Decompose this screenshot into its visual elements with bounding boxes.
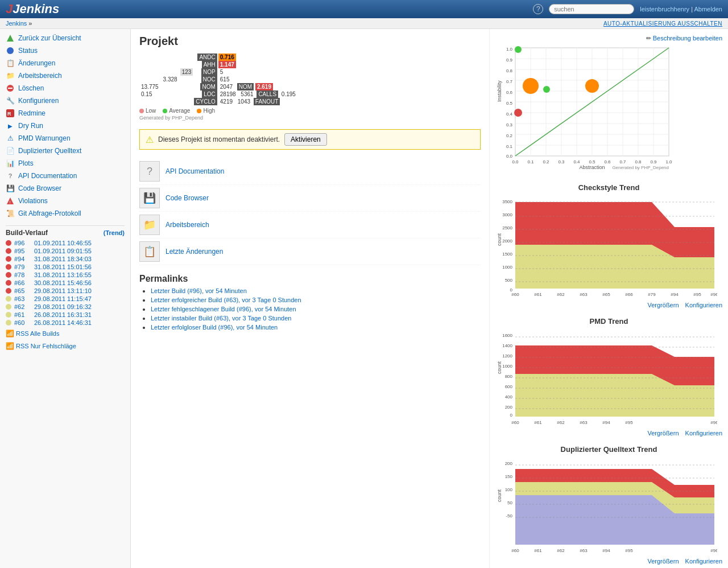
build-time-link[interactable]: 29.08.2011 11:15:47: [34, 295, 92, 302]
build-number-link[interactable]: #63: [14, 295, 31, 302]
build-row: #78 31.08.2011 13:16:55: [6, 271, 125, 279]
metrics-row-5: 13.775 NOM 2047 NOM 2.619: [139, 83, 297, 90]
build-time-link[interactable]: 31.08.2011 13:16:55: [34, 271, 92, 278]
sidebar-item-plots[interactable]: 📊 Plots: [0, 157, 130, 170]
build-number-link[interactable]: #60: [14, 319, 31, 326]
noc-val-cell: 615: [218, 76, 297, 83]
build-number-link[interactable]: #61: [14, 311, 31, 318]
build-status-dot: [6, 272, 11, 278]
metrics-generated: Generated by PHP_Depend: [139, 115, 481, 121]
build-time-link[interactable]: 29.08.2011 13:11:10: [34, 287, 92, 294]
pmd-chart: 1600 1400 1200 1000 800 600 400 200 0 co…: [495, 328, 717, 428]
svg-text:#61: #61: [534, 292, 542, 297]
nom-label-cell: NOM: [194, 83, 218, 90]
build-time-link[interactable]: 29.08.2011 09:16:32: [34, 303, 92, 310]
build-time-link[interactable]: 30.08.2011 15:46:56: [34, 279, 92, 286]
sidebar-item-codebrowser[interactable]: 💾 Code Browser: [0, 182, 130, 195]
andc-val-cell: 0.716: [218, 53, 297, 61]
sidebar-item-workspace[interactable]: 📁 Arbeitsbereich: [0, 69, 130, 82]
activate-button[interactable]: Aktivieren: [284, 133, 327, 146]
duplicate-trend: Duplizierter Quelltext Trend 200 150 100…: [495, 445, 722, 565]
username-link[interactable]: leistenbruchhenry: [640, 6, 689, 13]
build-time-link[interactable]: 26.08.2011 14:46:31: [34, 319, 92, 326]
rss-all-link[interactable]: 📶 RSS Alle Builds: [6, 330, 59, 337]
sidebar-item-dryrun-label: Dry Run: [18, 122, 43, 130]
permalink-link-3[interactable]: Letzter fehlgeschlagener Build (#96), vo…: [151, 306, 296, 312]
build-number-link[interactable]: #66: [14, 279, 31, 286]
permalink-link-5[interactable]: Letzter erfolgloser Build (#96), vor 54 …: [151, 324, 278, 331]
violations-icon: !: [6, 196, 15, 205]
svg-text:600: 600: [505, 384, 513, 389]
sidebar-item-delete[interactable]: Löschen: [0, 82, 130, 94]
codebrowser-link[interactable]: Code Browser: [166, 194, 209, 202]
build-number-link[interactable]: #62: [14, 303, 31, 310]
logout-link[interactable]: Abmelden: [694, 6, 722, 13]
sidebar-item-back[interactable]: Zurück zur Übersicht: [0, 32, 130, 44]
build-number-link[interactable]: #96: [14, 240, 31, 246]
build-time-link[interactable]: 01.09.2011 09:01:55: [34, 248, 92, 254]
sidebar-item-changes[interactable]: 📋 Änderungen: [0, 57, 130, 69]
build-time-link[interactable]: 01.09.2011 10:46:55: [34, 240, 92, 246]
svg-point-1: [7, 47, 14, 54]
svg-text:1600: 1600: [502, 333, 512, 338]
apidoc-link[interactable]: API Documentation: [166, 167, 224, 175]
build-row: #66 30.08.2011 15:46:56: [6, 279, 125, 287]
pmd-controls: Vergrößern Konfigurieren: [495, 430, 722, 437]
legend-high: High: [197, 108, 215, 114]
help-icon[interactable]: ?: [533, 4, 543, 14]
auto-update-link[interactable]: AUTO-AKTUALISIERUNG AUSSCHALTEN: [603, 20, 722, 27]
svg-text:1400: 1400: [502, 343, 512, 348]
duplicate-configure-link[interactable]: Konfigurieren: [685, 558, 722, 565]
pmd-zoom-link[interactable]: Vergrößern: [647, 430, 679, 437]
sidebar-item-dupcode[interactable]: 📄 Duplizierter Quelltext: [0, 145, 130, 157]
build-time-link[interactable]: 31.08.2011 15:01:56: [34, 264, 92, 270]
sidebar-item-status[interactable]: Status: [0, 44, 130, 57]
sidebar-item-gitlog[interactable]: 📜 Git Abfrage-Protokoll: [0, 207, 130, 220]
changes-link[interactable]: Letzte Änderungen: [166, 248, 223, 256]
rss-failures-link[interactable]: 📶 RSS Nur Fehlschläge: [6, 342, 76, 350]
svg-text:2500: 2500: [502, 225, 512, 231]
build-number-link[interactable]: #94: [14, 256, 31, 262]
pmd-trend: PMD Trend 1600 1400 1200 1000 800 600 40…: [495, 317, 722, 437]
build-trend-link[interactable]: (Trend): [104, 229, 125, 236]
edit-desc-link[interactable]: Beschreibung bearbeiten: [653, 35, 722, 42]
search-input[interactable]: [549, 4, 634, 14]
sidebar-item-dryrun[interactable]: ▶ Dry Run: [0, 120, 130, 132]
sidebar-item-violations[interactable]: ! Violations: [0, 195, 130, 207]
build-time-link[interactable]: 31.08.2011 18:34:03: [34, 256, 92, 262]
build-time-link[interactable]: 26.08.2011 16:31:31: [34, 311, 92, 318]
legend-low-dot: [139, 109, 144, 113]
rss-failures-label: RSS Nur Fehlschläge: [16, 343, 76, 349]
logo: JJenkins: [6, 2, 59, 17]
notice-box: ⚠ Dieses Projekt ist momentan deaktivier…: [139, 129, 481, 150]
breadcrumb-bar: Jenkins » AUTO-AKTUALISIERUNG AUSSCHALTE…: [0, 18, 728, 29]
breadcrumb-root[interactable]: Jenkins: [6, 20, 27, 27]
checkstyle-zoom-link[interactable]: Vergrößern: [647, 302, 679, 308]
rss-links: 📶 RSS Alle Builds 📶 RSS Nur Fehlschläge: [6, 327, 125, 353]
loc-label: LOC: [202, 90, 217, 98]
build-number-link[interactable]: #95: [14, 248, 31, 254]
sidebar-item-configure[interactable]: 🔧 Konfigurieren: [0, 94, 130, 107]
svg-text:#60: #60: [511, 292, 519, 297]
svg-text:400: 400: [505, 394, 513, 400]
scatter-dot-1: [515, 46, 522, 53]
workspace-link[interactable]: Arbeitsbereich: [166, 221, 209, 229]
permalink-link-1[interactable]: Letzter Build (#96), vor 54 Minuten: [151, 287, 247, 294]
build-number-link[interactable]: #78: [14, 271, 31, 278]
pmd-configure-link[interactable]: Konfigurieren: [685, 430, 722, 437]
duplicate-controls: Vergrößern Konfigurieren: [495, 558, 722, 565]
permalink-link-4[interactable]: Letzter instabiler Build (#63), vor 3 Ta…: [151, 315, 291, 322]
sidebar-item-redmine[interactable]: R Redmine: [0, 107, 130, 120]
sidebar-item-pmd[interactable]: ⚠ PMD Warnungen: [0, 132, 130, 145]
page-title: Projekt: [139, 35, 481, 48]
duplicate-zoom-link[interactable]: Vergrößern: [647, 558, 679, 565]
legend-high-dot: [197, 109, 201, 113]
build-number-link[interactable]: #65: [14, 287, 31, 294]
permalink-link-2[interactable]: Letzter erfolgreicher Build (#63), vor 3…: [151, 297, 301, 303]
checkstyle-configure-link[interactable]: Konfigurieren: [685, 302, 722, 308]
build-number-link[interactable]: #79: [14, 264, 31, 270]
svg-marker-0: [7, 35, 14, 42]
cyclo-label-cell: CYCLO: [194, 98, 218, 105]
svg-text:#94: #94: [602, 420, 610, 425]
sidebar-item-apidoc[interactable]: ? API Documentation: [0, 170, 130, 182]
